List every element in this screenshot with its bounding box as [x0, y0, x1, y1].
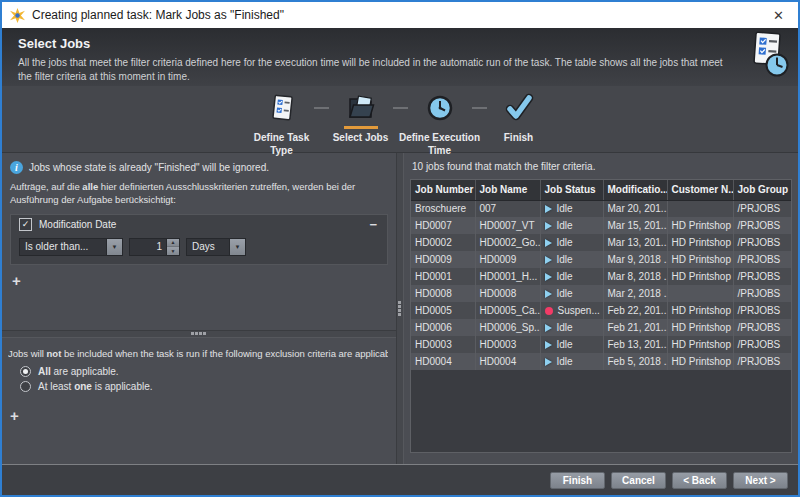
job-status-icon	[545, 358, 552, 366]
inclusion-intro-text: Aufträge, auf die alle hier definierten …	[10, 181, 388, 207]
cell-customer-name: HD Printshop	[667, 302, 733, 319]
cell-modification-date: Mar 9, 2018 ...	[603, 251, 667, 268]
job-status-icon	[545, 256, 552, 264]
operator-dropdown[interactable]: Is older than... ▼	[19, 238, 123, 256]
collapse-filter-icon[interactable]: −	[367, 218, 379, 231]
step-label: Define Task Type	[249, 131, 315, 157]
cell-modification-date: Feb 22, 201...	[603, 302, 667, 319]
finish-button[interactable]: Finish	[550, 472, 605, 489]
add-inclusion-criterion-button[interactable]: +	[12, 273, 26, 288]
table-row[interactable]: HD0007 HD0007_VT Idle Mar 15, 201... HD …	[411, 217, 791, 234]
column-header[interactable]: Modificatio...	[603, 180, 667, 200]
table-row[interactable]: HD0009 HD0009 Idle Mar 9, 2018 ... HD Pr…	[411, 251, 791, 268]
cell-job-name: HD0008	[475, 285, 540, 302]
filter-group-label: Modification Date	[39, 219, 360, 230]
window-title: Creating planned task: Mark Jobs as "Fin…	[32, 8, 765, 22]
cell-job-status: Idle	[540, 285, 603, 302]
step-connector	[472, 107, 487, 109]
criteria-column: i Jobs whose state is already "Finished"…	[2, 153, 396, 464]
chevron-down-icon[interactable]: ▼	[106, 239, 122, 255]
cell-job-number: HD0007	[411, 217, 475, 234]
table-row[interactable]: HD0008 HD0008 Idle Mar 2, 2018 ... /PRJO…	[411, 285, 791, 302]
table-row[interactable]: HD0004 HD0004 Idle Feb 5, 2018 ... HD Pr…	[411, 353, 791, 370]
cell-job-number: HD0006	[411, 319, 475, 336]
radio-all-applicable[interactable]: All are applicable.	[20, 366, 388, 377]
modification-date-checkbox[interactable]: ✓	[19, 218, 32, 231]
cell-job-name: HD0005_Ca...	[475, 302, 540, 319]
cell-job-group: /PRJOBS	[733, 200, 791, 217]
amount-value[interactable]: 1	[130, 239, 166, 255]
select-jobs-folder-icon	[346, 93, 376, 123]
cell-job-status: Idle	[540, 336, 603, 353]
table-row[interactable]: HD0002 HD0002_Go... Idle Mar 13, 201... …	[411, 234, 791, 251]
step-define-execution-time[interactable]: Define Execution Time	[408, 93, 472, 157]
content-area: i Jobs whose state is already "Finished"…	[2, 153, 798, 464]
cancel-button[interactable]: Cancel	[611, 472, 666, 489]
spinner-up-icon[interactable]: ▲	[167, 239, 179, 248]
cell-job-status: Idle	[540, 353, 603, 370]
cell-customer-name	[667, 285, 733, 302]
column-header[interactable]: Job Name	[475, 180, 540, 200]
step-label: Select Jobs	[326, 131, 396, 144]
cell-customer-name: HD Printshop	[667, 268, 733, 285]
cell-modification-date: Mar 2, 2018 ...	[603, 285, 667, 302]
operator-value: Is older than...	[20, 239, 106, 255]
amount-stepper[interactable]: 1 ▲ ▼	[129, 238, 180, 256]
cell-job-group: /PRJOBS	[733, 336, 791, 353]
chevron-down-icon[interactable]: ▼	[229, 239, 245, 255]
cell-job-group: /PRJOBS	[733, 353, 791, 370]
add-exclusion-criterion-button[interactable]: +	[10, 408, 24, 423]
column-header[interactable]: Job Status	[540, 180, 603, 200]
job-status-icon	[545, 290, 552, 298]
exclusion-criteria-panel: Jobs will not be included when the task …	[2, 338, 396, 464]
cell-customer-name	[667, 200, 733, 217]
cell-job-status: Idle	[540, 234, 603, 251]
next-button[interactable]: Next >	[733, 472, 788, 489]
cell-job-number: HD0001	[411, 268, 475, 285]
job-status-icon	[545, 222, 552, 230]
jobs-summary: 10 jobs found that match the filter crit…	[412, 161, 792, 172]
table-row[interactable]: HD0006 HD0006_Sp... Idle Feb 21, 201... …	[411, 319, 791, 336]
button-bar: Finish Cancel < Back Next >	[2, 464, 798, 495]
vertical-splitter[interactable]	[396, 153, 404, 464]
unit-value: Days	[187, 239, 229, 255]
cell-job-status: Idle	[540, 319, 603, 336]
cell-job-number: HD0009	[411, 251, 475, 268]
cell-customer-name: HD Printshop	[667, 251, 733, 268]
column-header[interactable]: Customer N...	[667, 180, 733, 200]
table-row[interactable]: HD0001 HD0001_H... Idle Mar 8, 2018 ... …	[411, 268, 791, 285]
unit-dropdown[interactable]: Days ▼	[186, 238, 246, 256]
cell-job-group: /PRJOBS	[733, 319, 791, 336]
table-row[interactable]: HD0003 HD0003 Idle Feb 13, 201... HD Pri…	[411, 336, 791, 353]
step-define-task-type[interactable]: Define Task Type	[250, 93, 314, 157]
cell-customer-name: HD Printshop	[667, 336, 733, 353]
title-bar: Creating planned task: Mark Jobs as "Fin…	[2, 2, 798, 28]
job-status-icon	[545, 273, 552, 281]
step-label: Define Execution Time	[398, 131, 482, 157]
splitter-grip	[398, 301, 401, 304]
column-header[interactable]: Job Number	[411, 180, 475, 200]
cell-job-group: /PRJOBS	[733, 251, 791, 268]
cell-modification-date: Mar 8, 2018 ...	[603, 268, 667, 285]
app-icon	[10, 8, 25, 23]
horizontal-splitter[interactable]	[2, 330, 396, 338]
cell-job-name: 007	[475, 200, 540, 217]
step-finish[interactable]: Finish	[487, 93, 551, 144]
radio-button[interactable]	[20, 381, 31, 392]
cell-customer-name: HD Printshop	[667, 217, 733, 234]
spinner-down-icon[interactable]: ▼	[167, 247, 179, 255]
cell-job-number: HD0005	[411, 302, 475, 319]
table-header-row: Job NumberJob NameJob StatusModificatio.…	[411, 180, 791, 200]
job-status-icon	[545, 341, 552, 349]
table-row[interactable]: Broschuere 007 Idle Mar 20, 201... /PRJO…	[411, 200, 791, 217]
clock-icon	[425, 93, 455, 123]
column-header[interactable]: Job Group	[733, 180, 791, 200]
back-button[interactable]: < Back	[672, 472, 727, 489]
wizard-steps: Define Task Type Select Jobs	[2, 86, 798, 153]
radio-at-least-one[interactable]: At least one is applicable.	[20, 381, 388, 392]
close-icon[interactable]: ✕	[765, 7, 792, 24]
cell-job-group: /PRJOBS	[733, 302, 791, 319]
radio-button-selected[interactable]	[20, 366, 31, 377]
table-row[interactable]: HD0005 HD0005_Ca... Suspen... Feb 22, 20…	[411, 302, 791, 319]
step-select-jobs[interactable]: Select Jobs	[329, 93, 393, 144]
